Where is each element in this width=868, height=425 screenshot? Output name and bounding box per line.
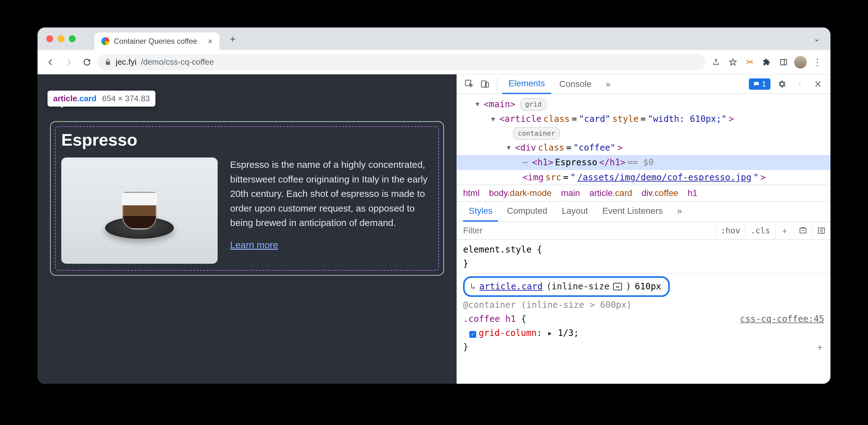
crumb-h1[interactable]: h1: [688, 188, 697, 198]
property-checkbox[interactable]: ✓: [469, 331, 476, 338]
dom-main[interactable]: ▼<main>grid: [457, 97, 831, 111]
subtab-styles[interactable]: Styles: [463, 202, 498, 222]
styles-tabs: Styles Computed Layout Event Listeners »: [457, 202, 831, 222]
rule-close-brace-2: }＋: [463, 340, 824, 354]
styles-rules[interactable]: element.style { } ↳ article.card (inline…: [457, 240, 831, 358]
dom-div-coffee[interactable]: ▼<div class="coffee">: [457, 140, 831, 155]
lock-icon: [104, 59, 111, 66]
side-panel-icon[interactable]: [776, 55, 791, 70]
devtools-menu-icon[interactable]: ⋮: [793, 77, 807, 91]
new-rule-button[interactable]: ＋: [775, 222, 794, 239]
devtools-tabs: Elements Console » 1 ⋮: [457, 74, 831, 94]
new-tab-button[interactable]: ＋: [225, 31, 240, 46]
hov-toggle[interactable]: :hov: [715, 223, 745, 238]
toggle-sidebar-icon[interactable]: [812, 223, 831, 238]
crumb-main[interactable]: main: [561, 188, 580, 198]
at-container-rule: @container (inline-size > 600px): [463, 298, 824, 312]
add-property-icon[interactable]: ＋: [815, 340, 824, 354]
close-tab-icon[interactable]: ×: [208, 37, 213, 46]
toolbar-actions: ✂ ⋮: [709, 55, 825, 70]
inspect-element-icon[interactable]: [462, 77, 476, 91]
svg-rect-6: [818, 228, 825, 233]
rule-close-brace: }: [463, 257, 824, 271]
extensions-icon[interactable]: [759, 55, 774, 70]
rendered-page: article.card 654 × 374.83 Espresso Espre…: [37, 74, 457, 384]
dom-breadcrumbs[interactable]: html body.dark-mode main article.card di…: [457, 185, 831, 202]
subtab-layout[interactable]: Layout: [556, 202, 593, 222]
tooltip-class: .card: [77, 94, 97, 103]
settings-icon[interactable]: [775, 77, 788, 91]
rule-coffee-h1[interactable]: .coffee h1 { css-cq-coffee:45: [463, 312, 824, 326]
container-link[interactable]: article.card: [479, 280, 542, 294]
container-pill[interactable]: container: [513, 127, 560, 140]
content-area: article.card 654 × 374.83 Espresso Espre…: [37, 74, 831, 384]
scissors-icon[interactable]: ✂: [742, 55, 757, 70]
tab-console[interactable]: Console: [553, 75, 598, 93]
tabs-menu-icon[interactable]: ⌄: [814, 34, 820, 43]
share-icon[interactable]: [709, 55, 723, 70]
tab-elements[interactable]: Elements: [502, 74, 551, 94]
crumb-html[interactable]: html: [463, 188, 479, 198]
svg-rect-0: [780, 59, 787, 65]
browser-tab[interactable]: Container Queries coffee ×: [94, 33, 219, 50]
close-devtools-icon[interactable]: [811, 77, 825, 91]
tab-strip: Container Queries coffee × ＋ ⌄: [37, 28, 831, 50]
crumb-body[interactable]: body.dark-mode: [489, 188, 552, 198]
crumb-div[interactable]: div.coffee: [642, 188, 678, 198]
container-size-icon: ↔: [613, 283, 622, 290]
styles-filter-bar: :hov .cls ＋: [457, 222, 831, 240]
dom-container-pill-row: container: [457, 127, 831, 140]
subtab-computed[interactable]: Computed: [501, 202, 553, 222]
card-description: Espresso is the name of a highly concent…: [230, 158, 433, 230]
minimize-window-icon[interactable]: [58, 35, 64, 42]
learn-more-link[interactable]: Learn more: [230, 240, 278, 250]
dom-tree[interactable]: ▼<main>grid ▼<article class="card" style…: [457, 94, 831, 185]
browser-window: Container Queries coffee × ＋ ⌄ jec.fyi/d…: [37, 28, 831, 384]
cls-toggle[interactable]: .cls: [745, 223, 775, 238]
window-controls: [46, 35, 76, 42]
container-value: 610px: [635, 280, 661, 294]
devtools-panel: Elements Console » 1 ⋮: [457, 74, 831, 384]
tooltip-dimensions: 654 × 374.83: [102, 94, 150, 103]
card-text-col: Espresso is the name of a highly concent…: [230, 158, 433, 264]
card-body: Espresso is the name of a highly concent…: [61, 158, 433, 264]
issues-count: 1: [762, 80, 766, 89]
toolbar: jec.fyi/demo/css-cq-coffee ✂ ⋮: [37, 50, 831, 74]
back-button[interactable]: [43, 55, 58, 70]
source-link[interactable]: css-cq-coffee:45: [740, 312, 824, 326]
card-title: Espresso: [61, 130, 433, 150]
menu-icon[interactable]: ⋮: [810, 55, 825, 70]
issues-badge[interactable]: 1: [749, 78, 770, 90]
tabs-overflow-icon[interactable]: »: [599, 75, 617, 93]
subtabs-overflow-icon[interactable]: »: [672, 202, 688, 222]
styles-filter-input[interactable]: [457, 222, 715, 239]
dom-h1-selected[interactable]: ⋯<h1>Espresso</h1> == $0: [457, 155, 831, 170]
espresso-image: [61, 158, 218, 264]
inspect-tooltip: article.card 654 × 374.83: [48, 91, 155, 106]
prop-grid-column[interactable]: ✓grid-column: ▸ 1/3;: [463, 326, 824, 340]
address-bar[interactable]: jec.fyi/demo/css-cq-coffee: [98, 54, 705, 70]
crumb-article[interactable]: article.card: [589, 188, 632, 198]
reload-button[interactable]: [80, 55, 94, 70]
dom-eq-zero: == $0: [627, 156, 653, 169]
tab-title: Container Queries coffee: [114, 37, 197, 45]
espresso-card[interactable]: Espresso Espresso is the name of a highl…: [50, 121, 444, 275]
cup-illustration: [105, 179, 174, 242]
dom-article[interactable]: ▼<article class="card" style="width: 610…: [457, 111, 831, 126]
dom-img[interactable]: <img src="/assets/img/demo/cof-espresso.…: [457, 170, 831, 185]
grid-pill[interactable]: grid: [520, 98, 546, 110]
device-toolbar-icon[interactable]: [478, 77, 492, 91]
profile-avatar[interactable]: [793, 55, 808, 70]
forward-button[interactable]: [61, 55, 76, 70]
subtab-event-listeners[interactable]: Event Listeners: [597, 202, 669, 222]
url-path: /demo/css-cq-coffee: [141, 57, 214, 67]
computed-styles-icon[interactable]: [794, 223, 812, 238]
bookmark-icon[interactable]: [725, 55, 740, 70]
url-host: jec.fyi: [116, 57, 136, 67]
close-window-icon[interactable]: [46, 35, 53, 42]
container-query-chip[interactable]: ↳ article.card (inline-size ↔) 610px: [463, 276, 670, 297]
rule-element-style[interactable]: element.style {: [463, 243, 824, 257]
dom-img-src[interactable]: /assets/img/demo/cof-espresso.jpg: [578, 171, 751, 184]
maximize-window-icon[interactable]: [69, 35, 76, 42]
favicon-icon: [101, 37, 110, 45]
